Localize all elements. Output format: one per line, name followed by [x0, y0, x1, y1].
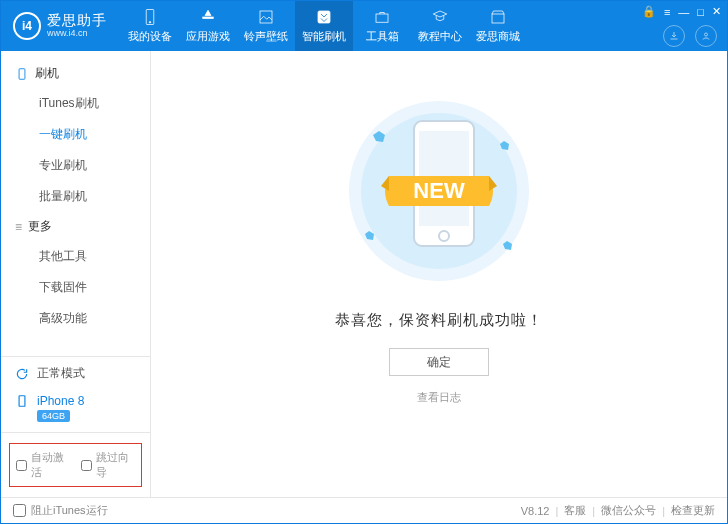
- device-mode-label: 正常模式: [37, 365, 85, 382]
- svg-point-1: [149, 22, 151, 24]
- sidebar-item-other-tools[interactable]: 其他工具: [1, 241, 150, 272]
- new-label: NEW: [413, 178, 465, 203]
- svg-rect-9: [19, 396, 25, 407]
- tutorials-icon: [431, 8, 449, 26]
- success-illustration: NEW: [329, 91, 549, 291]
- titlebar: i4 爱思助手 www.i4.cn 我的设备 应用游戏 铃声壁纸 智能刷机: [1, 1, 727, 51]
- window-controls: 🔒 ≡ — □ ✕: [642, 5, 721, 18]
- nav-apps-games[interactable]: 应用游戏: [179, 1, 237, 51]
- nav-ringtones-wallpapers[interactable]: 铃声壁纸: [237, 1, 295, 51]
- top-nav: 我的设备 应用游戏 铃声壁纸 智能刷机 工具箱 教程中心: [121, 1, 527, 51]
- svg-rect-3: [260, 11, 272, 23]
- device-name: iPhone 8: [37, 394, 84, 408]
- device-icon: [15, 394, 29, 408]
- sidebar-item-download-firmware[interactable]: 下载固件: [1, 272, 150, 303]
- sidebar-item-batch-flash[interactable]: 批量刷机: [1, 181, 150, 212]
- version-label: V8.12: [521, 505, 550, 517]
- refresh-icon: [15, 367, 29, 381]
- sidebar-item-pro-flash[interactable]: 专业刷机: [1, 150, 150, 181]
- svg-rect-2: [203, 17, 214, 19]
- sidebar-item-advanced[interactable]: 高级功能: [1, 303, 150, 334]
- sidebar-item-oneclick-flash[interactable]: 一键刷机: [1, 119, 150, 150]
- download-icon: [668, 30, 680, 42]
- window-maximize-icon[interactable]: □: [697, 6, 704, 18]
- highlight-box: 自动激活 跳过向导: [9, 443, 142, 487]
- nav-toolbox[interactable]: 工具箱: [353, 1, 411, 51]
- toolbox-icon: [373, 8, 391, 26]
- sidebar-item-itunes-flash[interactable]: iTunes刷机: [1, 88, 150, 119]
- success-message: 恭喜您，保资料刷机成功啦！: [335, 311, 543, 330]
- auto-activate-checkbox[interactable]: 自动激活: [16, 450, 71, 480]
- nav-store[interactable]: 爱思商城: [469, 1, 527, 51]
- window-minimize-icon[interactable]: —: [678, 6, 689, 18]
- store-icon: [489, 8, 507, 26]
- brand-url: www.i4.cn: [47, 29, 107, 39]
- svg-rect-8: [19, 68, 25, 79]
- logo-icon: i4: [13, 12, 41, 40]
- sidebar-group-more[interactable]: ≡ 更多: [1, 212, 150, 241]
- user-icon: [700, 30, 712, 42]
- main-panel: NEW 恭喜您，保资料刷机成功啦！ 确定 查看日志: [151, 51, 727, 497]
- svg-point-7: [705, 33, 708, 36]
- window-lock-icon[interactable]: 🔒: [642, 5, 656, 18]
- support-link[interactable]: 客服: [564, 503, 586, 518]
- app-logo: i4 爱思助手 www.i4.cn: [13, 12, 107, 40]
- svg-rect-5: [376, 14, 388, 22]
- nav-my-device[interactable]: 我的设备: [121, 1, 179, 51]
- apps-icon: [199, 8, 217, 26]
- device-info[interactable]: iPhone 8 64GB: [1, 390, 150, 432]
- phone-icon: [141, 8, 159, 26]
- wechat-link[interactable]: 微信公众号: [601, 503, 656, 518]
- skip-guide-checkbox[interactable]: 跳过向导: [81, 450, 136, 480]
- download-button[interactable]: [663, 25, 685, 47]
- nav-tutorials[interactable]: 教程中心: [411, 1, 469, 51]
- block-itunes-checkbox[interactable]: 阻止iTunes运行: [13, 503, 108, 518]
- window-menu-icon[interactable]: ≡: [664, 6, 670, 18]
- device-mode-row[interactable]: 正常模式: [1, 357, 150, 390]
- window-close-icon[interactable]: ✕: [712, 5, 721, 18]
- sidebar-group-flash[interactable]: 刷机: [1, 59, 150, 88]
- status-bar: 阻止iTunes运行 V8.12 | 客服 | 微信公众号 | 检查更新: [1, 497, 727, 523]
- account-button[interactable]: [695, 25, 717, 47]
- storage-badge: 64GB: [37, 410, 70, 422]
- svg-rect-6: [492, 14, 504, 23]
- phone-outline-icon: [15, 67, 29, 81]
- view-log-link[interactable]: 查看日志: [417, 390, 461, 405]
- more-icon: ≡: [15, 220, 22, 234]
- sidebar: 刷机 iTunes刷机 一键刷机 专业刷机 批量刷机 ≡ 更多 其他工具 下载固…: [1, 51, 151, 497]
- nav-smart-flash[interactable]: 智能刷机: [295, 1, 353, 51]
- ok-button[interactable]: 确定: [389, 348, 489, 376]
- brand-name: 爱思助手: [47, 13, 107, 28]
- flash-icon: [315, 8, 333, 26]
- check-update-link[interactable]: 检查更新: [671, 503, 715, 518]
- wallpaper-icon: [257, 8, 275, 26]
